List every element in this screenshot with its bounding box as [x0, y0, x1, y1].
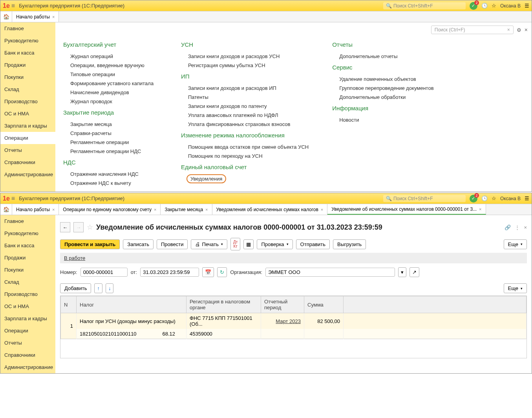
hamburger-icon[interactable]: ≡ — [11, 2, 15, 9]
close-icon[interactable]: × — [524, 225, 527, 230]
sidebar-item-5[interactable]: Склад — [0, 276, 55, 288]
home-tab[interactable]: 🏠 — [0, 204, 12, 215]
close-icon[interactable]: × — [321, 207, 323, 212]
sidebar-item-10[interactable]: Отчеты — [0, 144, 55, 156]
gear-icon[interactable]: ⚙ — [517, 27, 521, 33]
sidebar-item-2[interactable]: Банк и касса — [0, 47, 55, 59]
calendar-icon[interactable]: 📅 — [202, 267, 214, 277]
menu-link[interactable]: Начисление дивидендов — [63, 88, 157, 97]
menu-link[interactable]: Типовые операции — [63, 70, 157, 79]
favorite-star-icon[interactable]: ☆ — [87, 223, 93, 232]
post-button[interactable]: Провести — [157, 239, 188, 249]
sidebar-item-6[interactable]: Производство — [0, 288, 55, 300]
table-header[interactable]: Сумма — [304, 296, 344, 313]
sidebar-item-12[interactable]: Администрирование — [0, 361, 55, 373]
menu-link[interactable]: Отражение НДС к вычету — [63, 179, 157, 188]
open-icon[interactable]: ↗ — [410, 267, 419, 277]
menu-link[interactable]: Записи книги доходов по патенту — [181, 102, 309, 111]
close-icon[interactable]: × — [479, 207, 481, 212]
menu-link[interactable]: Закрытие месяца — [63, 120, 157, 129]
move-down-button[interactable]: ↓ — [106, 283, 114, 293]
close-icon[interactable]: × — [52, 15, 55, 19]
sidebar-item-5[interactable]: Склад — [0, 83, 55, 95]
menu-link[interactable]: Формирование уставного капитала — [63, 79, 157, 88]
status-bar[interactable]: В работе — [60, 253, 527, 263]
save-button[interactable]: Записать — [123, 239, 154, 249]
sidebar-item-11[interactable]: Справочники — [0, 156, 55, 168]
back-button[interactable]: ← — [60, 222, 70, 232]
table-header[interactable]: Налог — [77, 296, 186, 313]
global-search-2[interactable]: 🔍 Поиск Ctrl+Shift+F — [383, 195, 466, 202]
add-row-button[interactable]: Добавить — [60, 283, 91, 293]
print-button[interactable]: 🖨 Печать ▾ — [191, 239, 227, 249]
menu-link[interactable]: Дополнительные обработки — [332, 93, 433, 102]
sidebar-item-6[interactable]: Производство — [0, 95, 55, 108]
sidebar-item-1[interactable]: Руководителю — [0, 35, 55, 47]
sidebar-item-9[interactable]: Операции — [0, 132, 55, 144]
menu-link[interactable]: Новости — [332, 115, 433, 124]
menu-link[interactable]: Журнал операций — [63, 52, 157, 61]
sidebar-item-3[interactable]: Продажи — [0, 252, 55, 264]
menu-link[interactable]: Регистрация суммы убытка УСН — [181, 61, 309, 70]
menu-link[interactable]: Отражение начисления НДС — [63, 170, 157, 179]
close-icon[interactable]: × — [52, 207, 55, 212]
tab-start[interactable]: Начало работы × — [12, 11, 59, 22]
menu-link[interactable]: Групповое перепроведение документов — [332, 84, 433, 93]
check-button[interactable]: Проверка ▾ — [257, 239, 293, 249]
menu-link[interactable]: Уплата авансовых платежей по НДФЛ — [181, 111, 309, 120]
notification-icon[interactable]: ✓ 2 — [470, 195, 477, 203]
sidebar-item-7[interactable]: ОС и НМА — [0, 300, 55, 312]
export-button[interactable]: Выгрузить — [333, 239, 366, 249]
user-label[interactable]: Оксана В — [500, 196, 521, 201]
select-icon[interactable]: ▾ — [398, 267, 406, 277]
menu-link[interactable]: Справки-расчеты — [63, 129, 157, 138]
history-icon[interactable]: 🕓 — [481, 3, 488, 9]
link-icon[interactable]: 🔗 — [505, 225, 511, 230]
table-header[interactable] — [344, 296, 527, 313]
menu-link[interactable]: Помощник по переходу на УСН — [181, 152, 309, 161]
tab[interactable]: Уведомления об исчисленных суммах налого… — [212, 204, 328, 215]
notification-icon[interactable]: ✓ 2 — [470, 2, 477, 10]
sidebar-item-8[interactable]: Зарплата и кадры — [0, 120, 55, 132]
sidebar-item-12[interactable]: Администрирование — [0, 168, 55, 181]
refresh-icon[interactable]: ↻ — [217, 267, 227, 277]
menu-icon[interactable]: ☰ — [525, 195, 529, 201]
menu-icon[interactable]: ☰ — [525, 3, 529, 9]
menu-link[interactable]: Записи книги доходов и расходов ИП — [181, 84, 309, 93]
close-icon[interactable]: × — [154, 207, 156, 212]
sidebar-item-8[interactable]: Зарплата и кадры — [0, 312, 55, 325]
number-field[interactable] — [80, 268, 128, 277]
sidebar-item-7[interactable]: ОС и НМА — [0, 108, 55, 120]
table-header[interactable]: N — [61, 296, 77, 313]
user-label[interactable]: Оксана В — [500, 3, 521, 9]
close-icon[interactable]: × — [525, 27, 528, 33]
table-header[interactable]: Отчетный период — [261, 296, 304, 313]
sidebar-item-10[interactable]: Отчеты — [0, 337, 55, 349]
table-more-button[interactable]: Еще ▾ — [504, 283, 527, 293]
structure-icon-button[interactable]: ▦ — [243, 239, 254, 249]
menu-link[interactable]: Регламентные операции НДС — [63, 147, 157, 156]
dtKt-icon-button[interactable]: ДтКт — [230, 238, 240, 250]
menu-link[interactable]: Записи книги доходов и расходов УСН — [181, 52, 309, 61]
sidebar-item-4[interactable]: Покупки — [0, 264, 55, 276]
sidebar-item-2[interactable]: Банк и касса — [0, 239, 55, 252]
sidebar-item-11[interactable]: Справочники — [0, 349, 55, 361]
menu-link[interactable]: Помощник ввода остатков при смене объект… — [181, 142, 309, 152]
date-field[interactable] — [140, 268, 199, 277]
sidebar-item-1[interactable]: Руководителю — [0, 227, 55, 239]
menu-link[interactable]: Уведомления — [186, 174, 226, 183]
menu-link[interactable]: Регламентные операции — [63, 138, 157, 147]
star-icon[interactable]: ☆ — [492, 195, 496, 201]
table-row[interactable]: 1Налог при УСН (доходы минус расходы)ФНС… — [61, 313, 527, 329]
star-icon[interactable]: ☆ — [492, 3, 496, 9]
history-icon[interactable]: 🕓 — [481, 195, 488, 201]
sidebar-item-0[interactable]: Главное — [0, 22, 55, 35]
sidebar-item-3[interactable]: Продажи — [0, 59, 55, 71]
sidebar-item-9[interactable]: Операции — [0, 325, 55, 337]
tab[interactable]: Операции по единому налоговому счету× — [59, 204, 161, 215]
more-button[interactable]: Еще ▾ — [504, 239, 527, 249]
menu-link[interactable]: Дополнительные отчеты — [332, 52, 433, 61]
menu-link[interactable]: Уплата фиксированных страховых взносов — [181, 120, 309, 129]
move-up-button[interactable]: ↑ — [94, 283, 102, 293]
hamburger-icon[interactable]: ≡ — [11, 195, 15, 202]
